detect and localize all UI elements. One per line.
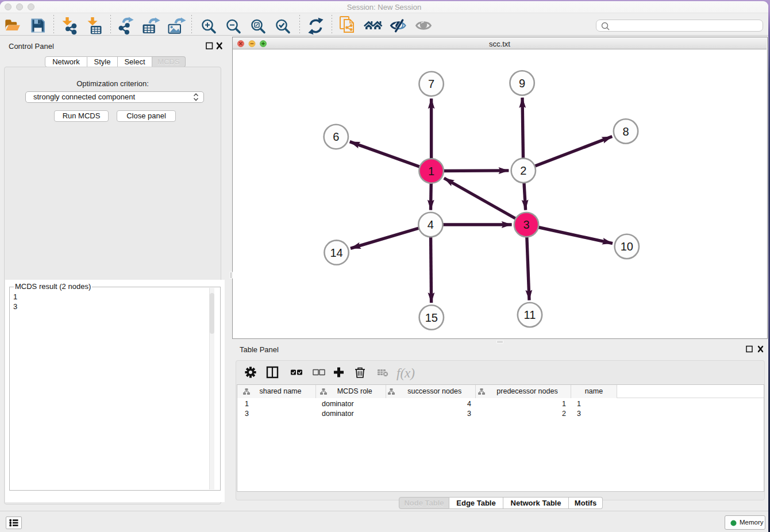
svg-text:3: 3 xyxy=(523,218,529,231)
svg-text:15: 15 xyxy=(425,311,438,324)
svg-text:2: 2 xyxy=(520,164,526,177)
svg-text:9: 9 xyxy=(519,77,525,90)
svg-text:10: 10 xyxy=(621,240,633,253)
svg-text:7: 7 xyxy=(428,78,434,90)
svg-text:8: 8 xyxy=(622,125,629,138)
svg-text:1: 1 xyxy=(428,165,434,178)
svg-text:14: 14 xyxy=(330,246,342,259)
svg-text:f(x): f(x) xyxy=(396,366,415,380)
svg-text:6: 6 xyxy=(333,130,339,143)
svg-text:11: 11 xyxy=(524,309,536,321)
svg-text:4: 4 xyxy=(428,218,434,231)
